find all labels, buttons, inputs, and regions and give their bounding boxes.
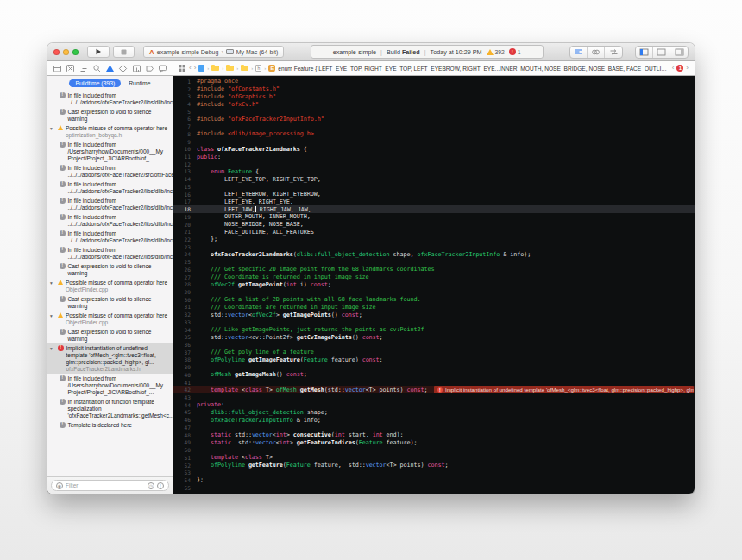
issue-item-note[interactable]: !Cast expression to void to silence warn… <box>47 107 173 123</box>
issue-item-warning[interactable]: ▾Possible misuse of comma operator hereo… <box>47 123 173 140</box>
folder-crumb-icon[interactable] <box>226 66 234 71</box>
next-issue-button[interactable]: › <box>686 65 689 72</box>
project-navigator-icon[interactable] <box>53 64 62 73</box>
code-line[interactable]: 49 static std::vector<int> getFeatureInd… <box>173 439 695 447</box>
code-line[interactable]: 18 LEFT_JAW, RIGHT_JAW, JAW, <box>173 205 695 213</box>
code-line[interactable]: 36 <box>173 341 695 349</box>
forward-button[interactable]: › <box>194 65 197 72</box>
code-line[interactable]: 30 /// Get a list of 2D points with all … <box>173 296 695 304</box>
code-line[interactable]: 38 ofPolyline getImageFeature(Feature fe… <box>173 356 695 364</box>
issue-item-note[interactable]: !Template is declared here <box>47 420 173 430</box>
tab-runtime[interactable]: Runtime <box>129 80 150 86</box>
code-line[interactable]: 3#include "ofGraphics.h" <box>173 92 695 100</box>
issue-item-error[interactable]: ▾!Implicit instantiation of undefined te… <box>47 343 173 374</box>
issue-item-note[interactable]: !In file included from ../../../addons/o… <box>47 245 173 261</box>
code-line[interactable]: 45 dlib::full_object_detection shape; <box>173 409 695 417</box>
show-errors-only-icon[interactable]: ! <box>157 482 164 489</box>
issue-item-warning[interactable]: ▾Possible misuse of comma operator hereO… <box>47 278 173 294</box>
code-line[interactable]: 46 ofxFaceTracker2InputInfo & info; <box>173 416 695 424</box>
code-line[interactable]: 34 /// Like getImagePoints, just returns… <box>173 326 695 334</box>
code-line[interactable]: 14 LEFT_EYE_TOP, RIGHT_EYE_TOP, <box>173 175 695 183</box>
issue-item-note[interactable]: !Cast expression to void to silence warn… <box>47 294 173 311</box>
code-line[interactable]: 25 <box>173 258 695 266</box>
issue-item-note[interactable]: !Cast expression to void to silence warn… <box>47 327 173 343</box>
assistant-editor-button[interactable] <box>588 47 605 58</box>
breakpoint-navigator-icon[interactable] <box>145 64 154 73</box>
code-line[interactable]: 6#include "ofxFaceTracker2InputInfo.h" <box>173 116 695 123</box>
code-line[interactable]: 7 <box>173 123 695 130</box>
code-line[interactable]: 44private: <box>173 401 695 409</box>
code-line[interactable]: 1#pragma once <box>173 78 695 85</box>
version-editor-button[interactable] <box>605 47 622 58</box>
code-line[interactable]: 23 <box>173 243 695 251</box>
code-line[interactable]: 42 template <class T> ofMesh getMesh(std… <box>173 386 695 393</box>
code-line[interactable]: 5 <box>173 108 695 116</box>
folder-crumb-icon[interactable] <box>211 66 219 71</box>
code-line[interactable]: 50 <box>173 446 695 454</box>
code-line[interactable]: 15 <box>173 183 695 191</box>
code-line[interactable]: 32 std::vector<ofVec2f> getImagePoints()… <box>173 311 695 318</box>
issue-item-note[interactable]: !In file included from /Users/harryhow/D… <box>47 140 173 163</box>
project-crumb-icon[interactable] <box>198 65 204 72</box>
previous-issue-button[interactable]: ‹ <box>672 65 675 72</box>
related-items-icon[interactable] <box>178 64 186 72</box>
breadcrumb[interactable]: enum Feature { LEFT_EYE_TOP, RIGHT_EYE_T… <box>278 66 669 72</box>
test-navigator-icon[interactable] <box>118 64 128 73</box>
tab-buildtime[interactable]: Buildtime (393) <box>69 79 121 87</box>
issue-item-note[interactable]: !In file included from ../../../addons/o… <box>47 163 173 179</box>
code-line[interactable]: 2#include "ofConstants.h" <box>173 85 695 93</box>
scheme-selector[interactable]: A example-simple Debug › My Mac (64-bit) <box>143 46 284 58</box>
code-line[interactable]: 54}; <box>173 476 695 484</box>
toggle-inspector-panel-button[interactable] <box>670 47 688 58</box>
issue-item-warning[interactable]: ▾Possible misuse of comma operator hereO… <box>47 311 173 327</box>
source-control-navigator-icon[interactable] <box>66 64 75 73</box>
code-line[interactable]: 51 template <class T> <box>173 454 695 462</box>
issue-item-note[interactable]: !In instantiation of function template s… <box>47 397 173 420</box>
issue-item-note[interactable]: !In file included from ../../../addons/o… <box>47 212 173 229</box>
code-line[interactable]: 37 /// Get poly line of a feature <box>173 349 695 356</box>
code-line[interactable]: 52 ofPolyline getFeature(Feature feature… <box>173 462 695 469</box>
disclosure-triangle-icon[interactable]: ▾ <box>50 345 55 373</box>
issue-item-note[interactable]: !In file included from ../../../addons/o… <box>47 196 173 212</box>
back-button[interactable]: ‹ <box>189 65 192 72</box>
close-window-button[interactable] <box>53 49 60 55</box>
disclosure-triangle-icon[interactable]: ▾ <box>50 312 55 326</box>
error-count-badge[interactable]: ! 1 <box>509 48 521 55</box>
search-navigator-icon[interactable] <box>92 64 102 73</box>
code-line[interactable]: 27 /// Coordinate is returned in input i… <box>173 274 695 281</box>
code-line[interactable]: 35 std::vector<cv::Point2f> getCvImagePo… <box>173 333 695 341</box>
issue-item-note[interactable]: !In file included from ../../../addons/o… <box>47 91 173 107</box>
code-line[interactable]: 53 <box>173 469 695 476</box>
inline-error-banner[interactable]: !Implicit instantiation of undefined tem… <box>434 386 695 393</box>
code-line[interactable]: 48 static std::vector<int> consecutive(i… <box>173 431 695 439</box>
debug-navigator-icon[interactable] <box>132 64 141 73</box>
filter-input[interactable]: ◉ Filter ◷ ! <box>51 480 169 491</box>
code-line[interactable]: 16 LEFT_EYEBROW, RIGHT_EYEBROW, <box>173 191 695 198</box>
minimize-window-button[interactable] <box>63 49 69 55</box>
code-line[interactable]: 20 NOSE_BRIDGE, NOSE_BASE, <box>173 221 695 229</box>
code-line[interactable]: 4#include "ofxCv.h" <box>173 100 695 108</box>
disclosure-triangle-icon[interactable]: ▾ <box>50 280 55 293</box>
code-line[interactable]: 13 enum Feature { <box>173 168 695 176</box>
issue-item-note[interactable]: !In file included from ../../../addons/o… <box>47 229 173 245</box>
report-navigator-icon[interactable] <box>158 64 167 73</box>
warning-count-badge[interactable]: 392 <box>487 49 505 55</box>
code-line[interactable]: 39 <box>173 363 695 371</box>
code-line[interactable]: 55 <box>173 484 695 492</box>
header-file-crumb-icon[interactable]: h <box>255 65 261 72</box>
code-line[interactable]: 31 /// Coordinates are returned in input… <box>173 304 695 311</box>
folder-crumb-icon[interactable] <box>241 66 248 71</box>
code-line[interactable]: 26 /// Get specific 2D image point from … <box>173 266 695 274</box>
code-line[interactable]: 10class ofxFaceTracker2Landmarks { <box>173 145 695 153</box>
standard-editor-button[interactable] <box>570 47 588 58</box>
code-line[interactable]: 41 <box>173 379 695 387</box>
disclosure-triangle-icon[interactable]: ▾ <box>50 125 55 139</box>
code-line[interactable]: 9 <box>173 138 695 146</box>
issue-item-note[interactable]: !Cast expression to void to silence warn… <box>47 261 173 278</box>
code-line[interactable]: 43 <box>173 393 695 401</box>
code-line[interactable]: 11public: <box>173 153 695 160</box>
zoom-window-button[interactable] <box>72 49 79 55</box>
stop-button[interactable] <box>113 46 135 58</box>
activity-status[interactable]: example-simple | Build Failed | Today at… <box>311 45 544 59</box>
toggle-debug-area-button[interactable] <box>653 47 670 58</box>
